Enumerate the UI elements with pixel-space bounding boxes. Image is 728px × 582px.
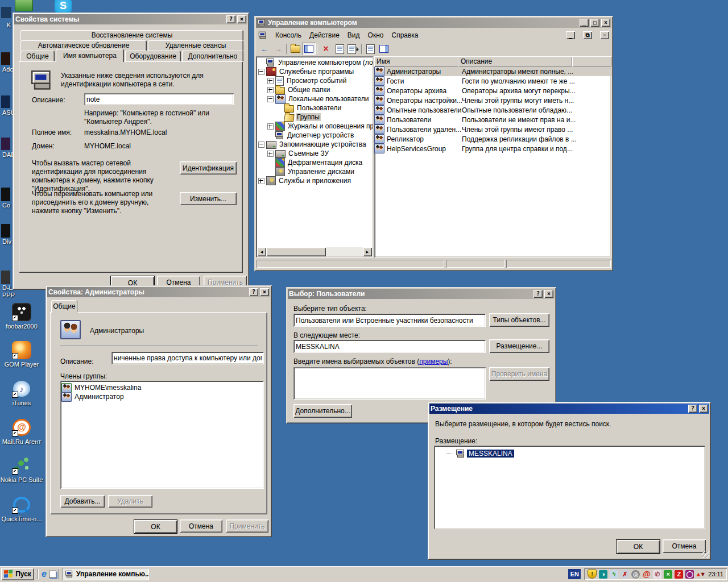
apply-button[interactable]: Применить <box>226 519 268 533</box>
export-list-button[interactable]: ➜ <box>346 43 360 55</box>
desktop-icon-sliver[interactable] <box>1 95 10 108</box>
table-row[interactable]: РепликаторПоддержка репликации файлов в … <box>374 134 611 144</box>
help-button[interactable]: ? <box>363 43 377 55</box>
collapse-icon[interactable] <box>258 142 264 148</box>
desktop-icon-label[interactable]: Div <box>2 238 11 245</box>
desktop-icon-label[interactable]: Co <box>2 202 10 209</box>
desktop-icon-itunes[interactable]: ♪ iTunes <box>0 380 43 406</box>
mailru-agent-icon[interactable]: @ <box>642 570 651 579</box>
tab-advanced[interactable]: Дополнительно <box>182 51 243 61</box>
back-button[interactable]: ← <box>258 43 271 55</box>
minimize-button[interactable]: _ <box>580 19 589 27</box>
object-types-button[interactable]: Типы объектов... <box>489 313 549 327</box>
tree-item[interactable]: Пользователи <box>257 103 373 113</box>
menu-view[interactable]: Вид <box>348 31 360 39</box>
add-button[interactable]: Добавить... <box>60 495 105 508</box>
table-row[interactable]: Операторы архиваОператоры архива могут п… <box>374 86 611 95</box>
child-close-button[interactable]: × <box>600 31 609 39</box>
ok-button[interactable]: ОК <box>134 519 177 534</box>
tree-item[interactable]: Локальные пользователи <box>257 94 373 103</box>
check-names-button[interactable]: Проверить имена <box>489 367 549 381</box>
cancel-button[interactable]: Отмена <box>663 539 706 553</box>
tab-hardware[interactable]: Оборудование <box>125 51 181 61</box>
scroll-left-button[interactable]: ◄ <box>257 247 266 256</box>
language-indicator[interactable]: EN <box>568 569 581 579</box>
camera-icon[interactable]: ◎ <box>631 570 640 579</box>
purple-app-icon[interactable]: ◯ <box>685 570 694 579</box>
show-console-tree-button[interactable] <box>302 43 316 55</box>
ok-button[interactable]: ОК <box>616 539 660 554</box>
desktop-icon-gom-player[interactable]: GOM Player <box>0 341 43 368</box>
desktop-icon-sliver[interactable] <box>1 138 10 150</box>
desktop-icon-label[interactable]: K <box>7 22 11 28</box>
expand-icon[interactable] <box>267 123 274 130</box>
forward-button[interactable]: → <box>271 43 285 55</box>
properties-button[interactable] <box>333 43 346 55</box>
delete-button[interactable]: × <box>319 43 333 55</box>
tab-system-restore[interactable]: Восстановление системы <box>20 30 243 40</box>
location-tree[interactable]: MESSKALINA <box>434 446 705 529</box>
table-row[interactable]: Пользователи удален...Члены этой группы … <box>374 124 611 134</box>
tree-item[interactable]: Общие папки <box>257 85 373 94</box>
network-activity-icon[interactable]: ϟ <box>610 570 618 579</box>
internet-explorer-icon[interactable]: e <box>40 570 48 579</box>
close-button[interactable]: × <box>237 15 246 23</box>
task-button-computer-management[interactable]: Управление компью... <box>63 568 149 580</box>
table-row-selected[interactable]: АдминистраторыАдминистраторы имеют полны… <box>374 66 611 76</box>
help-titlebar-button[interactable]: ? <box>688 405 697 413</box>
expand-icon[interactable] <box>267 87 274 93</box>
tree-item[interactable]: Съемные ЗУ <box>257 149 373 158</box>
names-textarea[interactable] <box>293 367 486 400</box>
system-properties-titlebar[interactable]: Свойства системы ? × <box>14 14 247 24</box>
green-folder-icon[interactable] <box>15 0 32 13</box>
desktop-icon-sliver[interactable] <box>1 271 10 284</box>
menu-console[interactable]: Консоль <box>275 31 301 39</box>
members-listbox[interactable]: MYHOME\messkalina Администратор <box>60 381 264 489</box>
up-one-level-button[interactable] <box>288 43 302 55</box>
close-button[interactable]: × <box>601 19 610 27</box>
tree-item[interactable]: Диспетчер устройств <box>257 131 373 140</box>
green-app-icon[interactable]: × <box>664 570 672 579</box>
desktop-icon-mailru-agent[interactable]: @ Mail.Ru Агент <box>0 418 43 445</box>
tree-item-selected[interactable]: MESSKALINA <box>446 450 705 458</box>
phone-icon[interactable]: ✆ <box>653 570 661 579</box>
menu-window[interactable]: Окно <box>368 31 384 39</box>
examples-link[interactable]: примеры <box>419 357 448 365</box>
administrators-properties-titlebar[interactable]: Свойства: Администраторы ? × <box>47 287 270 297</box>
expand-icon[interactable] <box>267 151 274 157</box>
desktop-icon-nokia-pc-suite[interactable]: Nokia PC Suite <box>0 456 43 483</box>
table-row[interactable]: Опытные пользователиОпытные пользователи… <box>374 105 611 115</box>
menu-action[interactable]: Действие <box>309 31 340 39</box>
maximize-button[interactable]: □ <box>590 19 599 27</box>
close-button[interactable]: × <box>544 290 553 298</box>
help-titlebar-button[interactable]: ? <box>226 15 235 23</box>
close-button[interactable]: × <box>260 288 269 296</box>
security-shield-icon[interactable]: ! <box>588 569 597 579</box>
desktop-icon-label[interactable]: Ado <box>2 66 14 73</box>
column-header-name[interactable]: Имя <box>374 56 458 66</box>
location-titlebar[interactable]: Размещение ? × <box>429 404 709 414</box>
expand-icon[interactable] <box>258 178 264 184</box>
desktop-icon-label[interactable]: PPP <box>2 292 15 298</box>
tab-general[interactable]: Общие <box>51 300 77 313</box>
start-button[interactable]: Пуск <box>1 568 34 580</box>
column-header-blank[interactable] <box>572 56 611 66</box>
column-header-description[interactable]: Описание <box>458 56 572 66</box>
expand-icon[interactable] <box>267 78 274 84</box>
tree-item-selected[interactable]: Группы <box>257 113 373 122</box>
close-button[interactable]: × <box>699 405 708 413</box>
member-item[interactable]: Администратор <box>61 392 263 401</box>
tree-item[interactable]: Управление дисками <box>257 167 373 176</box>
scroll-right-button[interactable]: ► <box>363 247 372 256</box>
lightning-app-icon[interactable]: Z <box>675 570 683 579</box>
scrollbar-thumb[interactable] <box>266 247 326 256</box>
select-users-titlebar[interactable]: Выбор: Пользователи ? × <box>288 289 555 299</box>
advanced-button[interactable]: Дополнительно... <box>293 404 352 418</box>
tree-item[interactable]: Дефрагментация диска <box>257 158 373 167</box>
tree-item[interactable]: Журналы и оповещения пр <box>257 122 373 131</box>
desktop-icon-sliver[interactable] <box>1 188 10 201</box>
traffic-arrows-icon[interactable]: ▲▼ <box>696 570 705 579</box>
tab-general[interactable]: Общие <box>20 51 55 61</box>
horizontal-scrollbar[interactable]: ◄ ► <box>257 247 372 256</box>
help-titlebar-button[interactable]: ? <box>533 290 543 298</box>
